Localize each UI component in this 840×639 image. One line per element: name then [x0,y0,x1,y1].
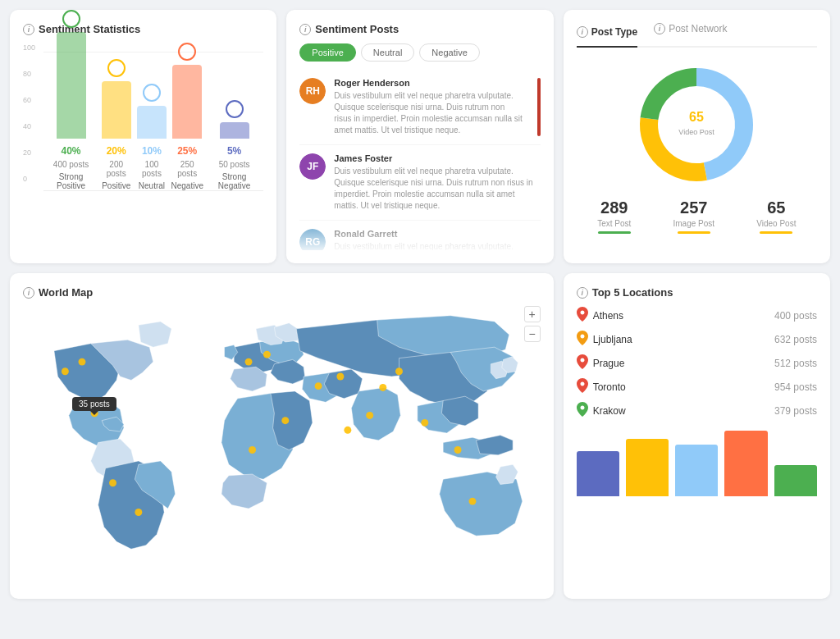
chart-body: 40%400 postsStrong Positive20%200 postsP… [43,52,263,191]
posts-fade [299,209,540,250]
stat-number: 257 [673,199,715,217]
sentiment-chart-area: 100 80 60 40 20 0 40%400 postsStrong Pos… [23,43,263,208]
bar-posts-label: 100 posts [134,160,169,178]
bar-pct-label: 20% [107,145,126,157]
donut-segment [696,77,744,171]
svg-point-3 [179,43,195,60]
bar-posts-label: 200 posts [98,160,134,178]
bar-type-label: Strong Positive [43,172,98,190]
post-content: James FosterDuis vestibulum elit vel neq… [334,153,540,212]
donut-container: 65Video Post [577,59,817,190]
post-item: RHRoger HendersonDuis vestibulum elit ve… [299,70,540,145]
location-bar [675,445,718,496]
bar-face-icon [178,43,196,63]
location-bar [577,451,619,496]
info-icon-posts: i [299,24,311,35]
location-posts-count: 632 posts [774,334,817,345]
location-item: Toronto954 posts [577,378,817,395]
svg-point-17 [366,412,373,419]
bar-face-icon [62,10,80,30]
y-axis: 100 80 60 40 20 0 [23,43,35,183]
bar-group: 25%250 postsNegative [170,26,205,190]
stat-color-bar [760,231,792,234]
sentiment-indicator-bar [537,78,541,136]
location-name: Athens [593,310,623,322]
location-item: Ljubljana632 posts [577,331,817,348]
location-name: Krakow [593,405,626,417]
location-posts-count: 400 posts [774,310,817,322]
stat-number: 65 [756,199,796,217]
donut-chart: 65Video Post [631,59,762,190]
svg-point-2 [144,84,160,101]
stat-label: Image Post [673,219,715,228]
info-icon-locations: i [577,287,588,299]
bar-pct-label: 10% [142,145,162,157]
svg-point-22 [62,367,69,375]
filter-tab-neutral[interactable]: Neutral [361,43,414,62]
bar-pct-label: 25% [177,145,197,157]
filter-tab-positive[interactable]: Positive [299,43,356,62]
bar-posts-label: 50 posts [219,160,250,169]
bar-group: 5%50 postsStrong Negative [205,84,264,190]
bar-face-icon [107,59,126,80]
post-type-tabs: iPost TypeiPost Network [577,23,817,48]
pt-tab-label: Post Network [669,23,727,34]
post-stats: 289Text Post257Image Post65Video Post [577,199,817,234]
sentiment-filter-tabs: PositiveNeutralNegative [299,43,540,62]
bar-group: 10%100 postsNeutral [134,67,169,190]
location-left: Toronto [577,378,626,395]
info-icon-tab: i [577,26,588,38]
world-map-svg: .country { fill: #a8c4e0; stroke: #fff; … [23,307,541,586]
donut-segment [649,119,705,172]
chart-bar [137,106,167,139]
svg-point-12 [263,351,271,358]
location-name: Ljubljana [593,334,632,345]
chart-bar [172,65,202,139]
avatar-initials: JF [299,153,326,180]
pt-tab-label: Post Type [591,26,637,38]
svg-point-9 [109,479,116,486]
bottom-bar-chart [577,431,817,496]
filter-tab-negative[interactable]: Negative [419,43,479,62]
location-left: Athens [577,307,623,324]
location-item: Prague512 posts [577,354,817,372]
location-item: Athens400 posts [577,307,817,324]
bar-pct-label: 5% [227,145,241,157]
svg-point-18 [395,367,403,375]
bar-wrapper [172,26,202,139]
svg-point-24 [379,384,386,391]
svg-point-16 [336,373,344,381]
svg-text:Video Post: Video Post [679,128,715,136]
chart-bar [102,81,131,139]
svg-point-0 [63,11,80,27]
stat-label: Text Post [597,219,631,228]
post-type-tab-post-type[interactable]: iPost Type [577,23,637,48]
info-icon-sentiment: i [23,24,34,35]
chart-bar [57,32,86,139]
world-map-card: i World Map + − 35 posts .country { fill… [10,273,554,599]
location-name: Toronto [593,381,626,393]
stat-color-bar [678,231,710,234]
bar-type-label: Strong Negative [205,172,264,190]
bar-wrapper [57,0,86,139]
bar-group: 20%200 postsPositive [98,43,134,190]
stat-label: Video Post [756,219,796,228]
location-pin-icon [577,307,588,324]
location-bar [724,431,767,496]
post-type-tab-post-network[interactable]: iPost Network [654,23,727,39]
sentiment-statistics-card: i Sentiment Statistics 100 80 60 40 20 0… [10,10,276,263]
bar-wrapper [220,84,249,139]
world-map-title: i World Map [23,286,541,299]
svg-point-20 [454,446,462,454]
sentiment-posts-title: i Sentiment Posts [299,23,540,35]
post-stat-item: 65Video Post [756,199,796,234]
location-bar [774,465,817,496]
svg-point-10 [135,509,142,516]
location-pin-icon [577,402,588,419]
svg-point-11 [245,358,253,366]
location-list: Athens400 postsLjubljana632 postsPrague5… [577,307,817,419]
bar-face-icon [143,84,161,104]
svg-point-13 [281,417,289,424]
bar-type-label: Positive [102,181,130,190]
bar-posts-label: 400 posts [53,160,89,169]
